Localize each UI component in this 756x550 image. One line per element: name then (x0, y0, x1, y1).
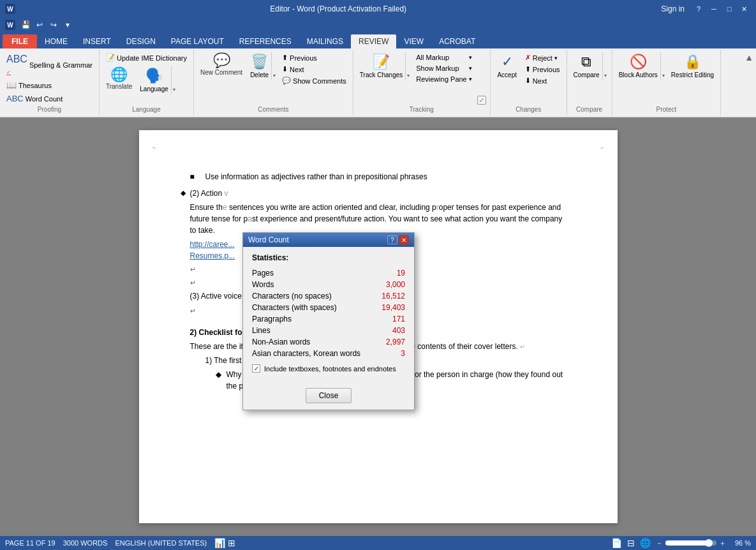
dialog-title: Word Count (248, 235, 289, 244)
undo-quick-btn[interactable]: ↩ (33, 19, 46, 31)
all-markup-dropdown[interactable]: ▾ (469, 54, 472, 61)
view-web-icon[interactable]: 🌐 (640, 538, 651, 548)
word-count-button[interactable]: ABC Word Count (4, 93, 65, 105)
compare-button[interactable]: ⧉ Compare ▾ (571, 52, 608, 80)
view-layout-icon[interactable]: ⊟ (627, 538, 635, 548)
pages-value: 19 (397, 269, 405, 278)
close-button[interactable]: ✕ (738, 4, 751, 14)
delete-dropdown-arrow[interactable]: ▾ (271, 52, 277, 80)
tab-insert[interactable]: INSERT (75, 34, 119, 48)
compare-main[interactable]: ⧉ Compare (571, 52, 602, 80)
reviewing-pane-dropdown[interactable]: ▾ (469, 76, 472, 82)
doc-content-block2: ◆ (2) Action v Ensure the sentences you … (190, 188, 567, 236)
ribbon-tab-bar: FILE HOME INSERT DESIGN PAGE LAYOUT REFE… (0, 32, 756, 48)
show-comments-button[interactable]: 💬 Show Comments (279, 75, 349, 86)
prev-change-icon: ⬆ (525, 65, 531, 73)
tab-home[interactable]: HOME (37, 34, 75, 48)
text-fade5 (484, 214, 485, 223)
paragraphs-label: Paragraphs (252, 315, 292, 323)
next-comment-button[interactable]: ⬇ Next (279, 64, 349, 75)
spelling-grammar-button[interactable]: ABC✓ Spelling & Grammar (4, 52, 95, 78)
compare-group-label: Compare (571, 105, 608, 113)
block-authors-main[interactable]: 🚫 Block Authors (616, 52, 660, 80)
previous-comment-button[interactable]: ⬆ Previous (279, 52, 349, 63)
sign-in-link[interactable]: Sign in (661, 4, 685, 13)
track-changes-button[interactable]: 📝 Track Changes ▾ (357, 52, 411, 80)
block-authors-arrow[interactable]: ▾ (660, 52, 666, 80)
accept-button[interactable]: ✓ Accept (494, 52, 520, 80)
help-button[interactable]: ? (692, 4, 705, 14)
view-normal-icon[interactable]: 📄 (611, 538, 622, 548)
tab-pagelayout[interactable]: PAGE LAYOUT (163, 34, 232, 48)
dialog-close-x-button[interactable]: ✕ (399, 235, 409, 244)
status-right: 📄 ⊟ 🌐 － ＋ 96 % (611, 538, 751, 548)
delete-comment-main[interactable]: 🗑️ Delete (248, 52, 271, 80)
include-textboxes-checkbox[interactable] (252, 364, 260, 373)
tracking-expand-button[interactable]: ⤢ (477, 96, 486, 105)
zoom-slider[interactable] (665, 540, 716, 546)
tab-view[interactable]: VIEW (396, 34, 431, 48)
compare-dropdown-arrow[interactable]: ▾ (602, 52, 608, 80)
statistics-title: Statistics: (252, 253, 405, 262)
reject-button[interactable]: ✗ Reject ▾ (523, 52, 563, 63)
language-button[interactable]: 🗣️ Language ▾ (137, 66, 177, 94)
diamond-marker: ◆ (181, 188, 186, 198)
show-comments-icon: 💬 (282, 77, 291, 85)
new-comment-button[interactable]: 💬 New Comment (198, 52, 245, 78)
next-change-label: Next (533, 77, 547, 85)
restrict-editing-button[interactable]: 🔒 Restrict Editing (669, 52, 716, 80)
words-value: 3,000 (386, 280, 405, 289)
delete-label: Delete (250, 71, 269, 78)
compare-icon: ⧉ (581, 54, 591, 70)
minimize-button[interactable]: ─ (708, 4, 720, 14)
ribbon: ABC✓ Spelling & Grammar 📖 Thesaurus ABC … (0, 48, 756, 117)
translate-icon: 🌐 (110, 68, 128, 82)
tab-acrobat[interactable]: ACROBAT (431, 34, 483, 48)
stats-row-lines: Lines 403 (252, 325, 405, 336)
language-main[interactable]: 🗣️ Language (137, 66, 171, 94)
track-changes-main[interactable]: 📝 Track Changes (357, 52, 405, 80)
reject-label: Reject (533, 54, 552, 62)
save-quick-btn[interactable]: 💾 (19, 19, 32, 31)
tab-references[interactable]: REFERENCES (232, 34, 299, 48)
show-markup-dropdown[interactable]: ▾ (469, 65, 472, 71)
show-markup-label: Show Markup (416, 64, 459, 72)
zoom-in-button[interactable]: ＋ (719, 539, 726, 548)
stats-row-asian: Asian characters, Korean words 3 (252, 348, 405, 359)
tab-file[interactable]: FILE (3, 34, 37, 48)
qa-dropdown-btn[interactable]: ▾ (61, 19, 74, 31)
words-label: Words (252, 280, 274, 289)
tracking-group-label: Tracking (357, 105, 486, 113)
previous-change-button[interactable]: ⬆ Previous (523, 64, 563, 75)
reviewing-pane-button[interactable]: Reviewing Pane ▾ (413, 74, 475, 84)
close-dialog-button[interactable]: Close (306, 388, 352, 403)
update-ime-button[interactable]: 📝 Update IME Dictionary (103, 52, 189, 63)
next-change-button[interactable]: ⬇ Next (523, 75, 563, 86)
restore-button[interactable]: □ (723, 4, 736, 14)
show-markup-button[interactable]: Show Markup ▾ (413, 63, 475, 73)
page-corner-mark-left: ¬ (152, 143, 156, 152)
language-dropdown-arrow[interactable]: ▾ (171, 66, 177, 94)
redo-quick-btn[interactable]: ↪ (47, 19, 60, 31)
zoom-thumb[interactable] (705, 539, 713, 547)
ribbon-group-language: 📝 Update IME Dictionary 🌐 Translate 🗣️ L… (100, 50, 194, 115)
pages-label: Pages (252, 269, 274, 278)
ribbon-collapse-button[interactable]: ▲ (745, 52, 753, 63)
dialog-help-button[interactable]: ? (387, 235, 397, 244)
track-changes-arrow[interactable]: ▾ (405, 52, 411, 80)
tab-design[interactable]: DESIGN (119, 34, 163, 48)
all-markup-button[interactable]: All Markup ▾ (413, 52, 475, 63)
tab-mailings[interactable]: MAILINGS (299, 34, 351, 48)
text-fade2: e (223, 203, 227, 212)
tab-review[interactable]: REVIEW (351, 34, 396, 48)
stats-row-non-asian: Non-Asian words 2,997 (252, 336, 405, 348)
delete-comment-button[interactable]: 🗑️ Delete ▾ (248, 52, 277, 80)
page-indicator: PAGE 11 OF 19 (5, 539, 56, 547)
thesaurus-button[interactable]: 📖 Thesaurus (4, 79, 54, 91)
block-authors-icon: 🚫 (630, 54, 647, 70)
reject-dropdown[interactable]: ▾ (554, 55, 558, 61)
zoom-out-button[interactable]: － (656, 539, 663, 548)
doc-paragraph-ensure: Ensure the sentences you write are actio… (190, 202, 567, 236)
block-authors-button[interactable]: 🚫 Block Authors ▾ (616, 52, 666, 80)
translate-button[interactable]: 🌐 Translate (103, 66, 135, 94)
